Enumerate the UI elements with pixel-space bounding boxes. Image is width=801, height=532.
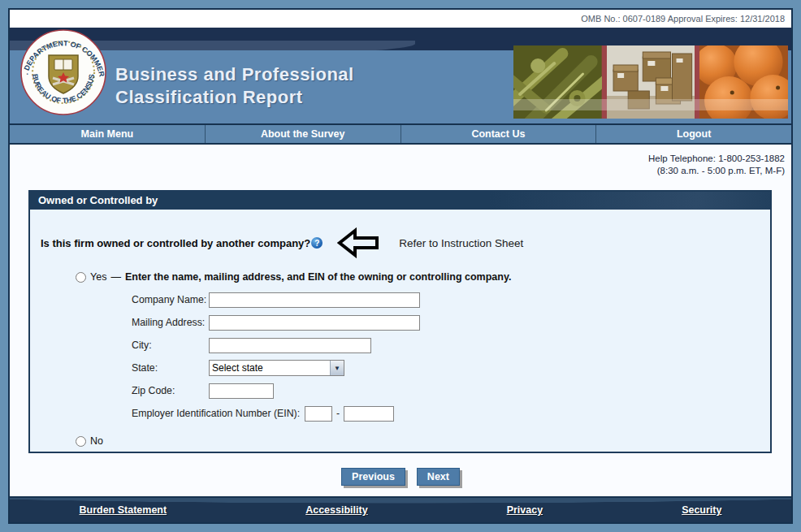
footer-link-burden-statement[interactable]: Burden Statement	[80, 504, 167, 516]
form-navigation-buttons: Previous Next	[10, 468, 791, 486]
page-title: Business and Professional Classification…	[115, 63, 354, 109]
no-option-row: No	[30, 435, 770, 447]
nav-contact-label: Contact Us	[471, 128, 525, 140]
panel-section-title: Owned or Controlled by	[30, 192, 770, 210]
nav-logout[interactable]: Logout	[595, 125, 791, 143]
omb-bar: OMB No.: 0607-0189 Approval Expires: 12/…	[10, 10, 791, 28]
ein-part1-input[interactable]	[305, 406, 332, 422]
boxes-photo	[607, 45, 695, 119]
company-name-row: Company Name:	[30, 288, 770, 311]
city-row: City:	[30, 334, 770, 357]
oranges-photo	[699, 45, 788, 119]
title-line-1: Business and Professional	[115, 63, 354, 86]
company-name-label: Company Name:	[132, 294, 209, 305]
screws-photo	[513, 45, 602, 119]
help-question-icon[interactable]: ?	[311, 237, 323, 249]
state-select[interactable]: Select state ▼	[209, 360, 344, 376]
question-text: Is this firm owned or controlled by anot…	[41, 237, 310, 249]
city-label: City:	[132, 340, 209, 351]
header-banner: U.S. DEPARTMENT OF COMMERCE BUREAU OF TH…	[10, 28, 791, 123]
page-container: OMB No.: 0607-0189 Approval Expires: 12/…	[8, 8, 793, 524]
no-radio-label[interactable]: No	[90, 435, 103, 447]
company-name-input[interactable]	[209, 292, 420, 308]
nav-logout-label: Logout	[677, 128, 711, 140]
zip-row: Zip Code:	[30, 379, 770, 402]
owned-controlled-panel: Owned or Controlled by Is this firm owne…	[28, 190, 772, 453]
main-nav: Main Menu About the Survey Contact Us Lo…	[10, 123, 791, 145]
main-content: Help Telephone: 1-800-253-1882 (8:30 a.m…	[10, 145, 791, 496]
footer-link-privacy[interactable]: Privacy	[507, 504, 543, 516]
census-bureau-seal-logo: U.S. DEPARTMENT OF COMMERCE BUREAU OF TH…	[20, 29, 106, 115]
state-select-value: Select state	[210, 361, 330, 375]
panel-body: Is this firm owned or controlled by anot…	[30, 210, 770, 452]
ein-label: Employer Identification Number (EIN):	[132, 408, 300, 419]
zip-label: Zip Code:	[132, 385, 209, 396]
mailing-address-label: Mailing Address:	[132, 317, 209, 328]
nav-about-label: About the Survey	[261, 128, 345, 140]
city-input[interactable]	[209, 338, 371, 353]
refer-instruction-note: Refer to Instruction Sheet	[399, 237, 523, 249]
ein-row: Employer Identification Number (EIN): -	[30, 402, 770, 425]
chevron-down-icon: ▼	[330, 361, 344, 375]
yes-option-row: Yes — Enter the name, mailing address, a…	[30, 271, 770, 283]
owning-company-fields: Company Name: Mailing Address: City:	[30, 288, 770, 425]
footer: Burden Statement Accessibility Privacy S…	[10, 496, 791, 522]
nav-main-menu-label: Main Menu	[81, 128, 134, 140]
state-label: State:	[132, 362, 209, 374]
zip-input[interactable]	[209, 383, 274, 399]
state-row: State: Select state ▼	[30, 357, 770, 379]
mailing-address-input[interactable]	[209, 315, 420, 331]
help-telephone-info: Help Telephone: 1-800-253-1882 (8:30 a.m…	[10, 145, 791, 177]
help-telephone-number: Help Telephone: 1-800-253-1882	[10, 153, 785, 165]
title-line-2: Classification Report	[115, 86, 354, 109]
question-row: Is this firm owned or controlled by anot…	[30, 210, 770, 258]
no-radio[interactable]	[76, 436, 86, 447]
yes-radio[interactable]	[76, 272, 86, 283]
app-window: OMB No.: 0607-0189 Approval Expires: 12/…	[0, 0, 801, 532]
header-photo-strip	[513, 45, 788, 119]
nav-about-the-survey[interactable]: About the Survey	[205, 125, 400, 143]
omb-number-text: OMB No.: 0607-0189 Approval Expires: 12/…	[581, 14, 785, 24]
next-button[interactable]: Next	[417, 468, 460, 486]
left-arrow-icon	[337, 227, 379, 258]
yes-radio-label[interactable]: Yes	[90, 271, 106, 283]
ein-separator: -	[336, 408, 340, 419]
nav-contact-us[interactable]: Contact Us	[400, 125, 596, 143]
help-telephone-hours: (8:30 a.m. - 5:00 p.m. ET, M-F)	[10, 165, 785, 177]
nav-main-menu[interactable]: Main Menu	[10, 125, 205, 143]
previous-button[interactable]: Previous	[341, 468, 405, 486]
footer-link-accessibility[interactable]: Accessibility	[305, 504, 367, 516]
footer-link-security[interactable]: Security	[682, 504, 721, 516]
yes-instruction-text: Enter the name, mailing address, and EIN…	[125, 271, 512, 283]
yes-dash: —	[110, 271, 121, 283]
ein-part2-input[interactable]	[344, 406, 394, 422]
mailing-address-row: Mailing Address:	[30, 311, 770, 334]
